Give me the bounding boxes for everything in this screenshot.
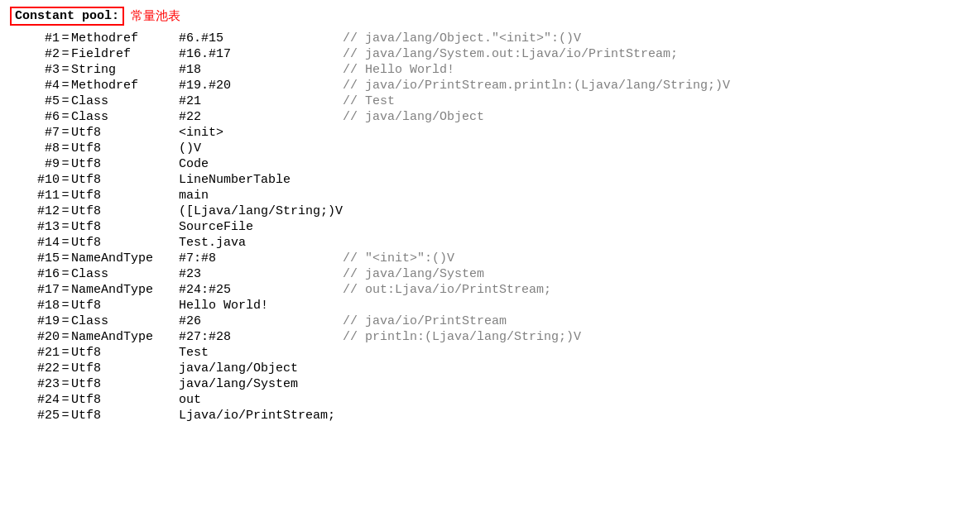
entry-comment-empty — [343, 345, 970, 361]
entry-type: Class — [71, 266, 179, 282]
entry-comment: // java/io/PrintStream.println:(Ljava/la… — [343, 78, 970, 93]
entry-type: Class — [71, 313, 179, 329]
entry-ref: #6.#15 — [179, 31, 343, 46]
entry-eq: = — [60, 172, 71, 188]
entry-comment-empty — [343, 188, 970, 203]
entry-num: #20 — [10, 329, 60, 345]
entry-ref: #26 — [179, 313, 343, 329]
entry-type: Utf8 — [71, 298, 179, 313]
entry-num: #23 — [10, 376, 60, 392]
entry-comment-empty — [343, 392, 970, 408]
entry-type: Utf8 — [71, 125, 179, 141]
entry-eq: = — [60, 408, 71, 423]
entry-num: #3 — [10, 62, 60, 78]
entry-type: NameAndType — [71, 329, 179, 345]
table-row: #16=Class#23// java/lang/System — [10, 266, 970, 282]
entry-comment: // Hello World! — [343, 62, 970, 78]
entry-comment-empty — [343, 156, 970, 172]
entry-num: #7 — [10, 125, 60, 141]
entry-ref: out — [179, 392, 343, 408]
entry-comment-empty — [343, 203, 970, 219]
entry-comment-empty — [343, 125, 970, 141]
entry-type: Class — [71, 93, 179, 109]
entry-eq: = — [60, 62, 71, 78]
entry-ref: LineNumberTable — [179, 172, 343, 188]
entry-num: #13 — [10, 219, 60, 235]
entry-num: #22 — [10, 361, 60, 376]
entry-num: #16 — [10, 266, 60, 282]
entry-ref: Test — [179, 345, 343, 361]
entry-comment: // Test — [343, 93, 970, 109]
entry-ref: ()V — [179, 141, 343, 156]
entry-ref: #24:#25 — [179, 282, 343, 298]
entry-comment-empty — [343, 141, 970, 156]
table-row: #6=Class#22// java/lang/Object — [10, 109, 970, 125]
entry-type: Utf8 — [71, 219, 179, 235]
entry-ref: #27:#28 — [179, 329, 343, 345]
table-row: #11=Utf8main — [10, 188, 970, 203]
entry-eq: = — [60, 93, 71, 109]
entry-ref: #23 — [179, 266, 343, 282]
entry-ref: #21 — [179, 93, 343, 109]
entry-ref: java/lang/System — [179, 376, 343, 392]
entry-num: #5 — [10, 93, 60, 109]
entry-ref: #7:#8 — [179, 251, 343, 266]
entry-comment: // java/lang/Object — [343, 109, 970, 125]
table-row: #1=Methodref#6.#15// java/lang/Object."<… — [10, 31, 970, 46]
entry-type: Utf8 — [71, 392, 179, 408]
entry-num: #12 — [10, 203, 60, 219]
entry-eq: = — [60, 203, 71, 219]
entry-type: Utf8 — [71, 376, 179, 392]
entry-ref: Hello World! — [179, 298, 343, 313]
entry-eq: = — [60, 376, 71, 392]
entry-eq: = — [60, 156, 71, 172]
entry-type: Fieldref — [71, 46, 179, 62]
entry-type: Utf8 — [71, 188, 179, 203]
entry-eq: = — [60, 235, 71, 251]
entry-comment: // println:(Ljava/lang/String;)V — [343, 329, 970, 345]
entry-num: #18 — [10, 298, 60, 313]
entry-eq: = — [60, 329, 71, 345]
entry-type: String — [71, 62, 179, 78]
table-row: #4=Methodref#19.#20// java/io/PrintStrea… — [10, 78, 970, 93]
entry-comment: // java/lang/System — [343, 266, 970, 282]
entry-eq: = — [60, 31, 71, 46]
table-row: #24=Utf8out — [10, 392, 970, 408]
entry-comment-empty — [343, 172, 970, 188]
entry-eq: = — [60, 109, 71, 125]
entry-ref: <init> — [179, 125, 343, 141]
table-row: #20=NameAndType#27:#28// println:(Ljava/… — [10, 329, 970, 345]
entry-ref: ([Ljava/lang/String;)V — [179, 203, 343, 219]
entry-eq: = — [60, 219, 71, 235]
entry-type: Utf8 — [71, 172, 179, 188]
entry-eq: = — [60, 392, 71, 408]
entry-comment-empty — [343, 361, 970, 376]
constant-pool-label: Constant pool: — [10, 7, 124, 26]
entry-type: Methodref — [71, 31, 179, 46]
entry-num: #9 — [10, 156, 60, 172]
entry-ref: Test.java — [179, 235, 343, 251]
entry-comment: // out:Ljava/io/PrintStream; — [343, 282, 970, 298]
table-row: #18=Utf8Hello World! — [10, 298, 970, 313]
entry-eq: = — [60, 251, 71, 266]
table-row: #5=Class#21// Test — [10, 93, 970, 109]
entry-ref: Ljava/io/PrintStream; — [179, 408, 343, 423]
entry-type: Utf8 — [71, 361, 179, 376]
entry-type: Methodref — [71, 78, 179, 93]
entry-num: #21 — [10, 345, 60, 361]
entry-eq: = — [60, 345, 71, 361]
entry-comment-empty — [343, 376, 970, 392]
entry-type: NameAndType — [71, 251, 179, 266]
entry-comment-empty — [343, 235, 970, 251]
table-row: #3=String#18// Hello World! — [10, 62, 970, 78]
table-row: #15=NameAndType#7:#8// "<init>":()V — [10, 251, 970, 266]
table-row: #13=Utf8SourceFile — [10, 219, 970, 235]
entry-eq: = — [60, 46, 71, 62]
entry-type: Class — [71, 109, 179, 125]
table-row: #9=Utf8Code — [10, 156, 970, 172]
entry-num: #14 — [10, 235, 60, 251]
entry-ref: Code — [179, 156, 343, 172]
entry-num: #17 — [10, 282, 60, 298]
chinese-label: 常量池表 — [131, 8, 180, 24]
table-row: #21=Utf8Test — [10, 345, 970, 361]
